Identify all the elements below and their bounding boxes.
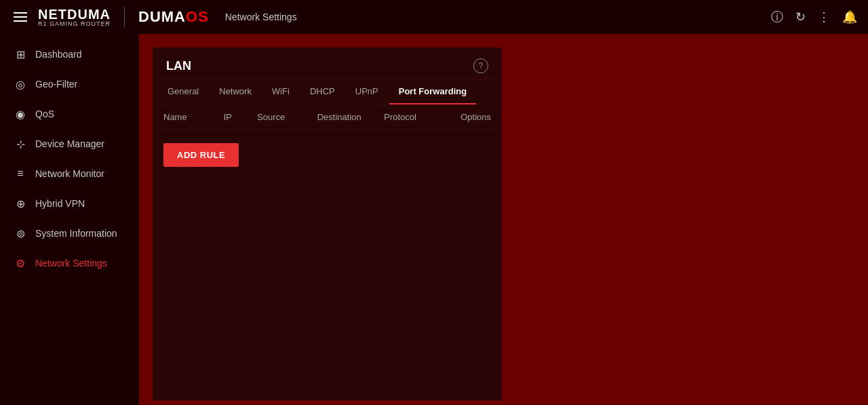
- logo-netduma: NETDUMA R1 GAMING ROUTER: [38, 7, 111, 27]
- sidebar-item-label: Geo-Filter: [35, 79, 77, 90]
- sidebar-item-label: Network Monitor: [35, 168, 104, 179]
- sidebar-item-network-settings[interactable]: ⚙ Network Settings: [0, 248, 139, 278]
- device-manager-icon: ⊹: [14, 137, 27, 151]
- hamburger-menu[interactable]: [11, 9, 30, 24]
- add-rule-button[interactable]: ADD RULE: [163, 143, 239, 167]
- system-info-icon: ⊚: [14, 227, 27, 240]
- topbar-right: ⓘ ↻ ⋮ 🔔: [771, 9, 857, 25]
- table-header: Name IP Source Destination Protocol Opti…: [153, 105, 502, 130]
- col-protocol: Protocol: [384, 112, 437, 122]
- hybrid-vpn-icon: ⊕: [14, 197, 27, 210]
- sidebar-item-label: Network Settings: [35, 258, 107, 269]
- bell-icon[interactable]: 🔔: [842, 9, 857, 24]
- sidebar-item-label: System Information: [35, 228, 117, 239]
- sidebar-item-network-monitor[interactable]: ≡ Network Monitor: [0, 159, 139, 189]
- col-name: Name: [163, 112, 224, 122]
- sidebar-item-label: QoS: [35, 109, 54, 119]
- brand-sub: R1 GAMING ROUTER: [38, 21, 111, 27]
- help-icon[interactable]: ?: [473, 58, 488, 73]
- network-settings-icon: ⚙: [14, 256, 27, 270]
- dashboard-icon: ⊞: [14, 47, 27, 61]
- col-ip: IP: [224, 112, 257, 122]
- col-source: Source: [257, 112, 317, 122]
- sidebar-item-label: Dashboard: [35, 49, 82, 60]
- sidebar-item-device-manager[interactable]: ⊹ Device Manager: [0, 129, 139, 159]
- refresh-icon[interactable]: ↻: [795, 9, 806, 24]
- topbar: NETDUMA R1 GAMING ROUTER DUMAOS Network …: [0, 0, 868, 34]
- sidebar-item-geo-filter[interactable]: ◎ Geo-Filter: [0, 69, 139, 99]
- card-header: LAN ?: [153, 47, 502, 79]
- tab-port-forwarding[interactable]: Port Forwarding: [389, 79, 476, 104]
- tab-general[interactable]: General: [158, 79, 208, 104]
- col-options: Options: [437, 112, 491, 122]
- page-title-topbar: Network Settings: [225, 12, 297, 22]
- sidebar-item-qos[interactable]: ◉ QoS: [0, 99, 139, 129]
- main-layout: ⊞ Dashboard ◎ Geo-Filter ◉ QoS ⊹ Device …: [0, 34, 868, 405]
- topbar-left: NETDUMA R1 GAMING ROUTER DUMAOS Network …: [11, 7, 297, 27]
- tab-network[interactable]: Network: [210, 79, 261, 104]
- lan-card: LAN ? General Network WiFi DHCP UPnP: [153, 47, 502, 400]
- network-monitor-icon: ≡: [14, 167, 27, 180]
- more-icon[interactable]: ⋮: [818, 9, 830, 24]
- logo-dumaos: DUMAOS: [138, 8, 209, 26]
- info-icon[interactable]: ⓘ: [771, 9, 783, 25]
- sidebar-item-dashboard[interactable]: ⊞ Dashboard: [0, 39, 139, 69]
- tab-upnp[interactable]: UPnP: [346, 79, 388, 104]
- tab-wifi[interactable]: WiFi: [262, 79, 299, 104]
- qos-icon: ◉: [14, 107, 27, 121]
- logo-divider: [124, 7, 125, 27]
- brand-duma: DUMAOS: [138, 8, 209, 26]
- content-area: LAN ? General Network WiFi DHCP UPnP: [139, 34, 868, 405]
- geo-filter-icon: ◎: [14, 77, 27, 91]
- card-tabs: General Network WiFi DHCP UPnP Port Forw…: [153, 79, 502, 105]
- tab-dhcp[interactable]: DHCP: [300, 79, 344, 104]
- sidebar-item-system-information[interactable]: ⊚ System Information: [0, 218, 139, 248]
- brand-net: NETDUMA: [38, 7, 111, 21]
- sidebar: ⊞ Dashboard ◎ Geo-Filter ◉ QoS ⊹ Device …: [0, 34, 139, 405]
- sidebar-item-hybrid-vpn[interactable]: ⊕ Hybrid VPN: [0, 189, 139, 218]
- sidebar-item-label: Hybrid VPN: [35, 198, 85, 209]
- card-title: LAN: [166, 59, 191, 73]
- sidebar-item-label: Device Manager: [35, 138, 104, 149]
- col-destination: Destination: [317, 112, 384, 122]
